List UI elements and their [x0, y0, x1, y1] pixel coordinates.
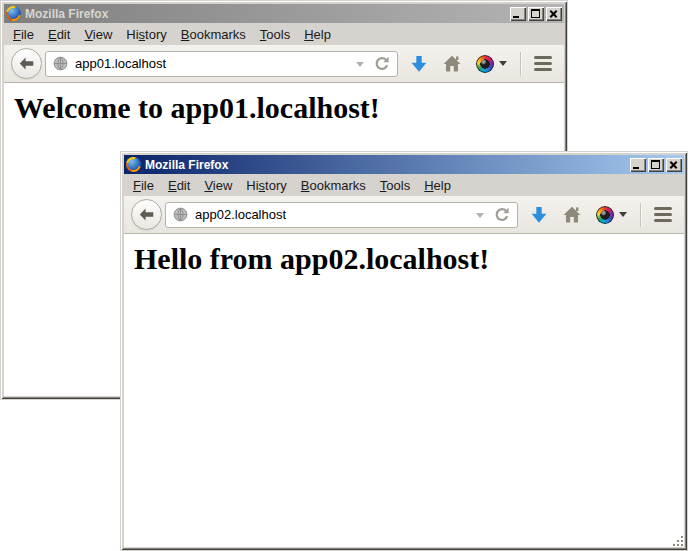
menu-item-help[interactable]: Help	[297, 25, 338, 44]
close-button[interactable]	[666, 158, 682, 172]
firefox-swirl	[6, 6, 21, 21]
resize-grip[interactable]	[671, 534, 683, 546]
reload-icon[interactable]	[374, 56, 390, 72]
menu-item-file[interactable]: File	[126, 176, 161, 195]
chevron-down-icon	[619, 212, 627, 217]
addon-button[interactable]	[476, 55, 507, 73]
toolbar-separator	[520, 52, 521, 76]
window-controls	[630, 158, 682, 172]
window-title: Mozilla Firefox	[145, 158, 228, 172]
page-heading: Welcome to app01.localhost!	[14, 91, 564, 125]
firefox-swirl	[126, 157, 141, 172]
close-icon	[546, 7, 562, 21]
navigation-toolbar: app02.localhost	[124, 196, 684, 234]
menu-item-history[interactable]: History	[119, 25, 173, 44]
site-identity-globe-icon[interactable]	[173, 207, 188, 222]
menu-bar: FileEditViewHistoryBookmarksToolsHelp	[4, 23, 564, 45]
menu-item-file[interactable]: File	[6, 25, 41, 44]
maximize-icon	[531, 9, 540, 18]
menu-item-edit[interactable]: Edit	[41, 25, 77, 44]
close-button[interactable]	[546, 7, 562, 21]
minimize-button[interactable]	[510, 7, 526, 21]
page-content: Hello from app02.localhost!	[124, 234, 684, 547]
firefox-icon	[126, 157, 141, 172]
minimize-button[interactable]	[630, 158, 646, 172]
url-text: app01.localhost	[75, 56, 166, 71]
menu-item-bookmarks[interactable]: Bookmarks	[174, 25, 253, 44]
minimize-icon	[633, 167, 639, 169]
menu-item-view[interactable]: View	[197, 176, 239, 195]
window-title: Mozilla Firefox	[25, 7, 108, 21]
menu-item-history[interactable]: History	[239, 176, 293, 195]
browser-window-app02: Mozilla Firefox FileEditViewHistoryBookm…	[120, 151, 688, 551]
urlbar-dropdown-icon[interactable]	[476, 213, 484, 218]
close-icon	[666, 158, 682, 172]
back-button[interactable]	[131, 199, 162, 230]
firefox-icon	[6, 6, 21, 21]
toolbar-buttons	[398, 52, 564, 76]
back-arrow-icon	[19, 57, 34, 70]
menu-item-tools[interactable]: Tools	[373, 176, 417, 195]
addon-button[interactable]	[596, 206, 627, 224]
minimize-icon	[513, 16, 519, 18]
toolbar-separator	[640, 203, 641, 227]
window-controls	[510, 7, 562, 21]
menu-item-tools[interactable]: Tools	[253, 25, 297, 44]
site-identity-globe-icon[interactable]	[53, 56, 68, 71]
back-arrow-icon	[139, 208, 154, 221]
home-icon[interactable]	[563, 206, 581, 223]
download-icon[interactable]	[530, 206, 548, 224]
menu-item-bookmarks[interactable]: Bookmarks	[294, 176, 373, 195]
title-bar[interactable]: Mozilla Firefox	[4, 4, 564, 23]
title-bar[interactable]: Mozilla Firefox	[124, 155, 684, 174]
download-icon[interactable]	[410, 55, 428, 73]
page-heading: Hello from app02.localhost!	[134, 242, 684, 276]
toolbar-buttons	[518, 203, 684, 227]
navigation-toolbar: app01.localhost	[4, 45, 564, 83]
url-bar[interactable]: app01.localhost	[45, 51, 398, 77]
color-wheel-icon	[596, 206, 614, 224]
urlbar-dropdown-icon[interactable]	[356, 62, 364, 67]
maximize-button[interactable]	[528, 7, 544, 21]
menu-item-edit[interactable]: Edit	[161, 176, 197, 195]
home-icon[interactable]	[443, 55, 461, 72]
maximize-icon	[651, 160, 660, 169]
menu-icon[interactable]	[534, 56, 552, 71]
chevron-down-icon	[499, 61, 507, 66]
menu-item-view[interactable]: View	[77, 25, 119, 44]
color-wheel-icon	[476, 55, 494, 73]
reload-icon[interactable]	[494, 207, 510, 223]
url-bar[interactable]: app02.localhost	[165, 202, 518, 228]
menu-icon[interactable]	[654, 207, 672, 222]
menu-bar: FileEditViewHistoryBookmarksToolsHelp	[124, 174, 684, 196]
url-text: app02.localhost	[195, 207, 286, 222]
back-button[interactable]	[11, 48, 42, 79]
maximize-button[interactable]	[648, 158, 664, 172]
menu-item-help[interactable]: Help	[417, 176, 458, 195]
